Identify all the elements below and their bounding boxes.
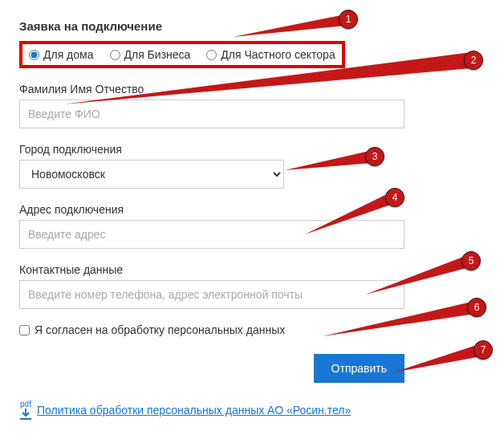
city-select[interactable]: Новомосковск [19,160,284,189]
pdf-download-icon: pdf [19,400,32,420]
callout-7: 7 [393,343,490,376]
fullname-field: Фамилия Имя Отчество [19,83,485,128]
fullname-label: Фамилия Имя Отчество [19,83,485,96]
connection-type-radio-group: Для дома Для Бизнеса Для Частного сектор… [19,41,345,68]
callout-badge-7: 7 [474,340,493,360]
consent-row: Я согласен на обработку персональных дан… [19,323,485,336]
contact-label: Контактные данные [19,263,485,276]
radio-business[interactable] [110,50,120,60]
contact-field: Контактные данные [19,263,485,309]
consent-checkbox[interactable] [19,325,30,335]
pdf-tag: pdf [20,400,31,409]
fullname-input[interactable] [19,100,404,128]
consent-label: Я согласен на обработку персональных дан… [35,323,285,336]
callout-badge-2: 2 [464,51,483,70]
radio-home[interactable] [29,50,39,60]
address-input[interactable] [19,220,404,249]
policy-link[interactable]: Политика обработки персональных данных А… [37,404,351,417]
address-field: Адрес подключения [19,203,485,249]
radio-option-home[interactable]: Для дома [29,48,94,61]
city-label: Город подключения [19,143,485,156]
radio-private-sector-label: Для Частного сектора [221,48,335,61]
radio-home-label: Для дома [43,48,94,61]
city-field: Город подключения Новомосковск [19,143,485,189]
address-label: Адрес подключения [19,203,485,216]
policy-row: pdf Политика обработки персональных данн… [19,400,485,420]
form-title: Заявка на подключение [19,19,485,33]
submit-button[interactable]: Отправить [314,354,404,383]
contact-input[interactable] [19,280,404,309]
radio-option-business[interactable]: Для Бизнеса [110,48,191,61]
svg-marker-6 [393,343,482,372]
radio-option-private-sector[interactable]: Для Частного сектора [206,48,335,61]
radio-private-sector[interactable] [206,50,217,60]
submit-row: Отправить [19,354,404,383]
radio-business-label: Для Бизнеса [124,48,191,61]
